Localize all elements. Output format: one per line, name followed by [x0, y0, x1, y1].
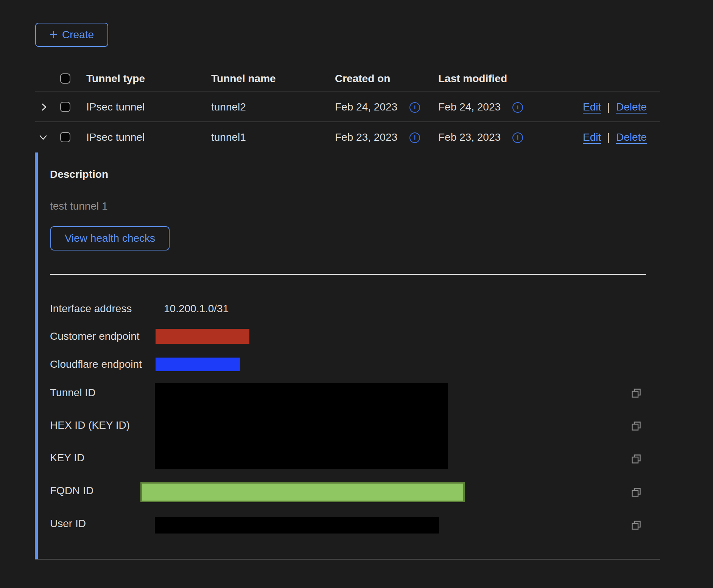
row-divider — [35, 121, 660, 122]
row-checkbox[interactable] — [60, 132, 70, 142]
col-header-tunnel-name: Tunnel name — [211, 73, 276, 85]
tunnel-type-cell: IPsec tunnel — [86, 101, 145, 113]
info-icon[interactable] — [512, 102, 523, 113]
col-header-last-modified: Last modified — [438, 73, 507, 85]
ids-redaction — [155, 383, 448, 469]
tunnel-name-cell: tunnel1 — [211, 131, 246, 143]
key-id-label: KEY ID — [50, 452, 84, 464]
select-all-checkbox[interactable] — [60, 73, 70, 84]
customer-endpoint-redaction — [156, 329, 249, 344]
tunnel-name-cell: tunnel2 — [211, 101, 246, 113]
tunnel-id-label: Tunnel ID — [50, 387, 95, 399]
description-label: Description — [50, 168, 108, 180]
plus-icon: + — [50, 28, 58, 41]
action-separator: | — [607, 101, 610, 113]
cloudflare-endpoint-redaction — [156, 358, 240, 371]
delete-link[interactable]: Delete — [616, 131, 647, 143]
info-icon[interactable] — [409, 102, 420, 113]
create-button-label: Create — [62, 29, 94, 41]
created-on-cell: Feb 23, 2023 — [335, 131, 397, 143]
copy-icon[interactable] — [630, 387, 642, 399]
fqdn-id-redaction — [140, 482, 465, 502]
interface-address-value: 10.200.1.0/31 — [164, 303, 229, 315]
action-separator: | — [607, 131, 610, 143]
row-checkbox[interactable] — [60, 102, 70, 112]
delete-link[interactable]: Delete — [616, 101, 647, 113]
description-value: test tunnel 1 — [50, 200, 108, 212]
info-icon[interactable] — [512, 132, 523, 143]
last-modified-cell: Feb 24, 2023 — [438, 101, 501, 113]
section-divider — [50, 274, 646, 275]
chevron-right-icon[interactable] — [38, 101, 50, 113]
customer-endpoint-label: Customer endpoint — [50, 330, 140, 342]
ipsec-tunnels-screen: + Create Tunnel type Tunnel name Created… — [0, 0, 713, 588]
fqdn-id-label: FQDN ID — [50, 485, 93, 497]
expanded-row-accent-bar — [35, 152, 38, 559]
view-health-checks-button[interactable]: View health checks — [50, 226, 170, 250]
edit-link[interactable]: Edit — [583, 131, 601, 143]
created-on-cell: Feb 24, 2023 — [335, 101, 397, 113]
panel-bottom-divider — [35, 559, 660, 560]
col-header-tunnel-type: Tunnel type — [86, 73, 145, 85]
cloudflare-endpoint-label: Cloudflare endpoint — [50, 358, 142, 370]
user-id-redaction — [155, 517, 439, 534]
copy-icon[interactable] — [630, 420, 642, 432]
last-modified-cell: Feb 23, 2023 — [438, 131, 501, 143]
copy-icon[interactable] — [630, 520, 642, 531]
user-id-label: User ID — [50, 518, 86, 530]
copy-icon[interactable] — [630, 487, 642, 498]
chevron-down-icon[interactable] — [37, 132, 49, 143]
info-icon[interactable] — [409, 132, 420, 143]
copy-icon[interactable] — [630, 453, 642, 465]
edit-link[interactable]: Edit — [583, 101, 601, 113]
create-button[interactable]: + Create — [35, 23, 108, 47]
hex-id-label: HEX ID (KEY ID) — [50, 419, 130, 431]
tunnel-type-cell: IPsec tunnel — [86, 131, 145, 143]
header-divider — [35, 92, 660, 92]
interface-address-label: Interface address — [50, 303, 132, 315]
col-header-created-on: Created on — [335, 73, 390, 85]
